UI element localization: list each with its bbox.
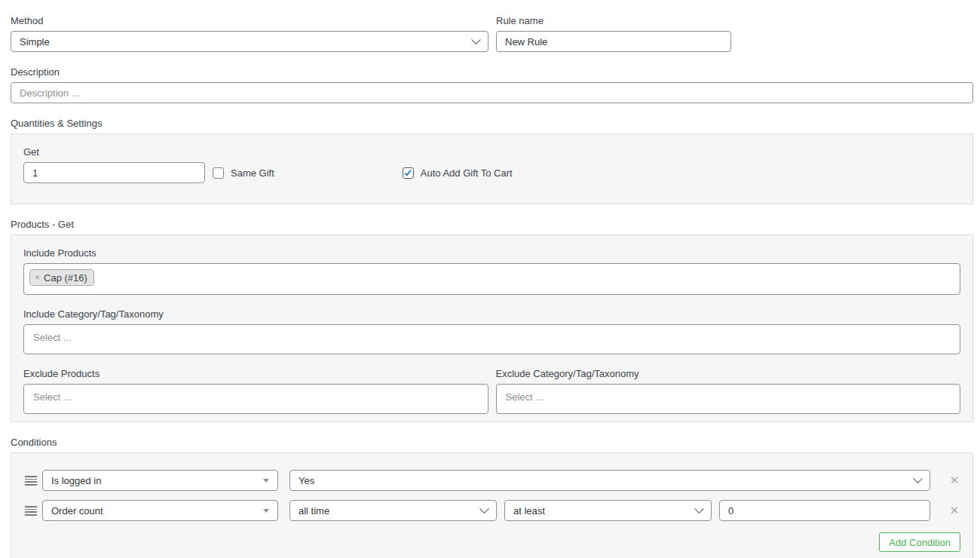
include-products-label: Include Products <box>23 248 960 258</box>
condition-type-select[interactable]: Order count <box>42 500 278 521</box>
exclude-products-placeholder: Select ... <box>33 391 72 403</box>
include-taxonomy-placeholder: Select ... <box>33 332 72 343</box>
check-icon <box>403 168 412 177</box>
condition-operator-select[interactable]: at least <box>504 500 712 521</box>
same-gift-checkbox[interactable] <box>213 167 224 179</box>
include-taxonomy-label: Include Category/Tag/Taxonomy <box>23 309 960 319</box>
selected-product-tag: × Cap (#16) <box>29 269 94 286</box>
condition-amount-input[interactable] <box>719 500 930 521</box>
conditions-section: Conditions Is logged in Yes ✕ Order coun… <box>11 437 973 558</box>
rule-name-label: Rule name <box>496 16 731 26</box>
method-label: Method <box>11 16 488 26</box>
exclude-taxonomy-multiselect[interactable]: Select ... <box>496 384 961 414</box>
condition-row: Order count all time at least ✕ <box>25 500 960 521</box>
remove-tag-icon[interactable]: × <box>35 272 40 283</box>
condition-type-select[interactable]: Is logged in <box>42 470 278 491</box>
same-gift-checkbox-group[interactable]: Same Gift <box>213 162 274 183</box>
description-field-group: Description <box>11 67 973 103</box>
add-condition-button[interactable]: Add Condition <box>879 532 960 552</box>
condition-value-select[interactable]: Yes <box>289 470 930 491</box>
description-label: Description <box>11 67 973 77</box>
condition-row: Is logged in Yes ✕ <box>25 470 960 491</box>
condition-type-value: Is logged in <box>51 475 102 486</box>
method-selected-value: Simple <box>20 36 50 48</box>
rule-name-input[interactable] <box>496 31 731 52</box>
exclude-products-label: Exclude Products <box>23 369 488 379</box>
condition-type-value: Order count <box>51 505 103 517</box>
dropdown-arrow-icon <box>263 479 269 483</box>
dropdown-arrow-icon <box>263 509 269 513</box>
chevron-down-icon <box>913 474 923 483</box>
products-get-section: Products - Get Include Products × Cap (#… <box>11 219 973 422</box>
condition-value: Yes <box>299 475 314 486</box>
get-field-group: Get <box>23 147 205 183</box>
rule-editor-form: Method Simple Rule name Description Quan… <box>0 0 980 558</box>
method-select[interactable]: Simple <box>11 31 488 52</box>
selected-product-tag-label: Cap (#16) <box>44 272 87 284</box>
drag-handle-icon[interactable] <box>25 476 37 486</box>
chevron-down-icon <box>479 504 489 514</box>
include-taxonomy-group: Include Category/Tag/Taxonomy Select ... <box>23 309 960 354</box>
get-quantity-input[interactable] <box>23 162 205 183</box>
include-products-group: Include Products × Cap (#16) <box>23 248 960 295</box>
description-input[interactable] <box>11 82 973 103</box>
auto-add-checkbox-group[interactable]: Auto Add Gift To Cart <box>403 162 513 183</box>
chevron-down-icon <box>694 504 704 514</box>
remove-condition-icon[interactable]: ✕ <box>948 504 960 517</box>
remove-condition-icon[interactable]: ✕ <box>948 474 960 486</box>
condition-operator-value: at least <box>513 505 545 517</box>
rule-name-field-group: Rule name <box>496 16 731 52</box>
products-get-title: Products - Get <box>11 219 973 229</box>
exclude-products-multiselect[interactable]: Select ... <box>23 384 488 414</box>
quantities-settings-title: Quantities & Settings <box>11 118 973 128</box>
chevron-down-icon <box>471 35 481 44</box>
drag-handle-icon[interactable] <box>25 506 37 516</box>
quantities-settings-section: Quantities & Settings Get Same Gift Auto… <box>11 118 973 204</box>
get-label: Get <box>23 147 205 157</box>
exclude-taxonomy-label: Exclude Category/Tag/Taxonomy <box>496 369 961 379</box>
exclude-taxonomy-placeholder: Select ... <box>506 391 544 403</box>
method-field-group: Method Simple <box>11 16 488 52</box>
auto-add-label: Auto Add Gift To Cart <box>421 167 513 179</box>
exclude-taxonomy-group: Exclude Category/Tag/Taxonomy Select ... <box>496 369 961 414</box>
include-taxonomy-multiselect[interactable]: Select ... <box>23 324 960 354</box>
include-products-multiselect[interactable]: × Cap (#16) <box>23 263 960 295</box>
same-gift-label: Same Gift <box>231 167 274 179</box>
conditions-title: Conditions <box>11 437 973 447</box>
condition-timeframe-select[interactable]: all time <box>289 500 497 521</box>
exclude-products-group: Exclude Products Select ... <box>23 369 488 414</box>
condition-timeframe-value: all time <box>299 505 329 517</box>
auto-add-checkbox[interactable] <box>403 167 414 179</box>
